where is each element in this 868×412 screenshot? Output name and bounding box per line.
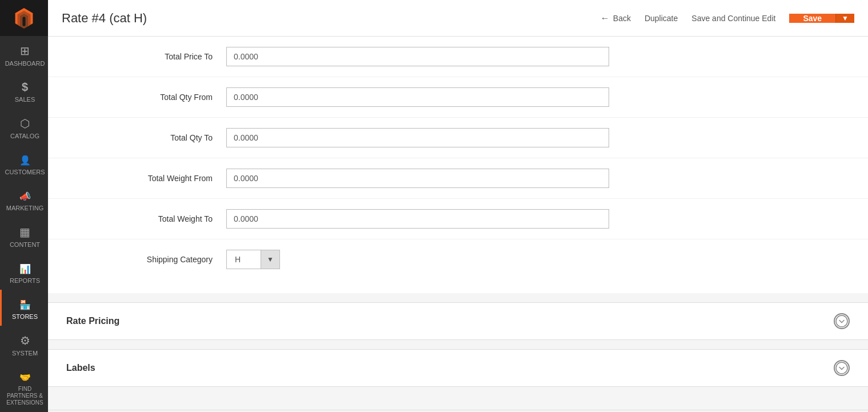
total-weight-from-input[interactable] [226, 169, 609, 188]
dashboard-icon [20, 44, 30, 58]
total-weight-to-label: Total Weight To [66, 214, 226, 223]
back-button[interactable]: ← Back [601, 13, 631, 23]
save-continue-button[interactable]: Save and Continue Edit [691, 14, 775, 23]
form-row-shipping-category: Shipping Category H ▼ [48, 239, 868, 279]
duplicate-button[interactable]: Duplicate [645, 14, 678, 23]
system-icon [20, 334, 30, 347]
sidebar-item-customers-label: CUSTOMERS [5, 169, 45, 175]
catalog-icon [20, 117, 30, 130]
save-dropdown-button[interactable]: ▼ [835, 14, 854, 23]
save-button-group: Save ▼ [789, 14, 854, 23]
sidebar-item-content[interactable]: CONTENT [0, 217, 48, 254]
total-weight-to-input[interactable] [226, 209, 609, 229]
content-area: Total Price To Total Qty From Total Qty … [48, 37, 868, 412]
total-qty-to-input[interactable] [226, 128, 609, 147]
sidebar-item-reports-label: REPORTS [10, 277, 40, 284]
labels-toggle[interactable] [834, 360, 850, 376]
form-row-total-weight-from: Total Weight From [48, 158, 868, 199]
labels-title: Labels [66, 363, 95, 373]
sidebar-item-sales[interactable]: SALES [0, 73, 48, 109]
svg-point-1 [836, 362, 847, 374]
sidebar-item-system-label: SYSTEM [12, 350, 38, 357]
chevron-down-icon: ▼ [267, 255, 274, 263]
shipping-category-value: H [226, 250, 261, 269]
total-weight-from-label: Total Weight From [66, 174, 226, 183]
customers-icon [19, 153, 31, 166]
back-arrow-icon: ← [601, 13, 610, 23]
marketing-icon [19, 189, 31, 202]
sidebar-item-catalog-label: CATALOG [10, 133, 39, 139]
main-area: Rate #4 (cat H) ← Back Duplicate Save an… [48, 0, 868, 412]
form-area: Total Price To Total Qty From Total Qty … [48, 37, 868, 293]
rate-pricing-section[interactable]: Rate Pricing [48, 302, 868, 340]
duplicate-label: Duplicate [645, 14, 678, 23]
total-price-to-label: Total Price To [66, 52, 226, 61]
sidebar-item-system[interactable]: SYSTEM [0, 326, 48, 362]
form-row-total-weight-to: Total Weight To [48, 199, 868, 239]
magento-logo[interactable] [0, 0, 48, 36]
sidebar-item-partners[interactable]: FIND PARTNERS & EXTENSIONS [0, 362, 48, 412]
labels-section[interactable]: Labels [48, 349, 868, 387]
total-qty-from-label: Total Qty From [66, 93, 226, 102]
shipping-category-select: H ▼ [226, 250, 280, 269]
rate-pricing-title: Rate Pricing [66, 316, 119, 326]
sidebar-item-dashboard[interactable]: DASHBOARD [0, 36, 48, 73]
sidebar-item-marketing-label: MARKETING [6, 205, 43, 211]
sidebar-item-content-label: CONTENT [10, 241, 40, 248]
shipping-category-label: Shipping Category [66, 255, 226, 264]
total-qty-to-label: Total Qty To [66, 133, 226, 142]
save-button[interactable]: Save [789, 14, 835, 23]
total-price-to-input[interactable] [226, 47, 609, 66]
sidebar-item-customers[interactable]: CUSTOMERS [0, 145, 48, 181]
sidebar-item-marketing[interactable]: MARKETING [0, 181, 48, 217]
sidebar: DASHBOARD SALES CATALOG CUSTOMERS MARKET… [0, 0, 48, 412]
sidebar-item-stores-label: STORES [12, 313, 38, 320]
svg-point-0 [836, 315, 847, 327]
sidebar-item-partners-label: FIND PARTNERS & EXTENSIONS [4, 386, 46, 406]
sales-icon [22, 81, 28, 94]
shipping-category-dropdown-button[interactable]: ▼ [261, 250, 280, 269]
sidebar-item-sales-label: SALES [15, 96, 35, 103]
save-continue-label: Save and Continue Edit [691, 14, 775, 23]
stores-icon [19, 298, 31, 311]
reports-icon [19, 262, 31, 275]
form-row-total-price-to: Total Price To [48, 37, 868, 77]
footer: Copyright © 2020 Magento Commerce Inc. A… [48, 410, 868, 412]
sidebar-item-stores[interactable]: STORES [0, 290, 48, 326]
page-title: Rate #4 (cat H) [62, 11, 601, 26]
back-label: Back [613, 14, 631, 23]
form-row-total-qty-from: Total Qty From [48, 77, 868, 118]
form-row-total-qty-to: Total Qty To [48, 118, 868, 158]
content-icon [19, 225, 30, 239]
save-label: Save [803, 14, 822, 23]
chevron-down-icon: ▼ [842, 14, 849, 22]
content-spacer [48, 387, 868, 410]
total-qty-from-input[interactable] [226, 87, 609, 107]
sidebar-item-dashboard-label: DASHBOARD [5, 60, 45, 67]
topbar-actions: ← Back Duplicate Save and Continue Edit … [601, 13, 854, 23]
partners-icon [19, 370, 31, 383]
sidebar-item-catalog[interactable]: CATALOG [0, 109, 48, 145]
rate-pricing-toggle[interactable] [834, 313, 850, 329]
topbar: Rate #4 (cat H) ← Back Duplicate Save an… [48, 0, 868, 37]
sidebar-item-reports[interactable]: REPORTS [0, 254, 48, 290]
